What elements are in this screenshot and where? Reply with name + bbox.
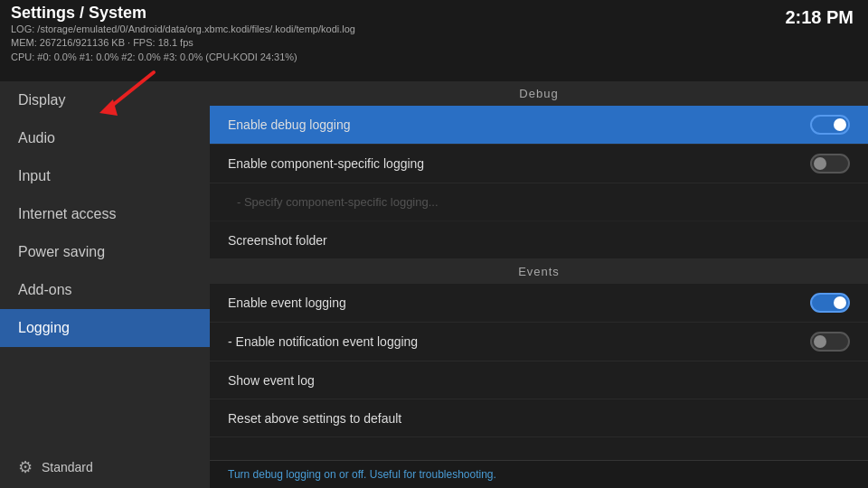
- gear-icon: ⚙: [18, 457, 33, 477]
- setting-label-component: Enable component-specific logging: [228, 156, 424, 171]
- setting-row-reset-defaults[interactable]: Reset above settings to default: [210, 399, 868, 437]
- toggle-knob-event: [834, 296, 846, 309]
- toggle-event-logging[interactable]: [810, 293, 850, 313]
- toggle-knob: [834, 118, 846, 131]
- settings-list: Debug Enable debug logging Enable compon…: [210, 81, 868, 460]
- log-line1: LOG: /storage/emulated/0/Android/data/or…: [11, 23, 857, 36]
- page-title: Settings / System: [11, 4, 146, 22]
- setting-label-specify: - Specify component-specific logging...: [228, 195, 439, 209]
- sidebar-item-add-ons[interactable]: Add-ons: [0, 271, 210, 309]
- sidebar-item-internet-access[interactable]: Internet access: [0, 195, 210, 233]
- setting-row-show-event-log[interactable]: Show event log: [210, 361, 868, 399]
- sidebar-item-power-saving[interactable]: Power saving: [0, 233, 210, 271]
- standard-label: Standard: [42, 460, 93, 474]
- sidebar-item-audio[interactable]: Audio: [0, 119, 210, 157]
- top-bar: Settings / System LOG: /storage/emulated…: [0, 0, 868, 68]
- setting-row-component-logging[interactable]: Enable component-specific logging: [210, 145, 868, 183]
- sidebar-item-input[interactable]: Input: [0, 157, 210, 195]
- setting-label-screenshot: Screenshot folder: [228, 233, 327, 248]
- section-header-debug: Debug: [210, 81, 868, 106]
- setting-label-debug: Enable debug logging: [228, 117, 350, 132]
- setting-label-reset: Reset above settings to default: [228, 411, 401, 426]
- setting-row-enable-debug-logging[interactable]: Enable debug logging: [210, 106, 868, 145]
- toggle-component-logging[interactable]: [810, 154, 850, 174]
- content-area: Debug Enable debug logging Enable compon…: [210, 81, 868, 488]
- main-layout: Display Audio Input Internet access Powe…: [0, 81, 868, 488]
- sidebar: Display Audio Input Internet access Powe…: [0, 81, 210, 488]
- log-info: LOG: /storage/emulated/0/Android/data/or…: [11, 23, 857, 64]
- setting-row-specify-component: - Specify component-specific logging...: [210, 183, 868, 221]
- sidebar-item-display[interactable]: Display: [0, 81, 210, 119]
- sidebar-item-logging[interactable]: Logging: [0, 309, 210, 347]
- status-bar: Turn debug logging on or off. Useful for…: [210, 460, 868, 488]
- setting-row-enable-event-logging[interactable]: Enable event logging: [210, 284, 868, 323]
- setting-label-event: Enable event logging: [228, 296, 346, 310]
- toggle-knob-component: [814, 157, 826, 170]
- section-header-events: Events: [210, 259, 868, 284]
- toggle-notification[interactable]: [810, 332, 850, 352]
- clock: 2:18 PM: [785, 7, 854, 28]
- setting-row-notification-event[interactable]: - Enable notification event logging: [210, 323, 868, 361]
- log-line3: CPU: #0: 0.0% #1: 0.0% #2: 0.0% #3: 0.0%…: [11, 51, 857, 64]
- toggle-knob-notification: [814, 335, 826, 348]
- sidebar-bottom: ⚙ Standard: [0, 446, 210, 488]
- setting-label-notification: - Enable notification event logging: [228, 334, 418, 349]
- status-text: Turn debug logging on or off. Useful for…: [228, 468, 496, 481]
- log-line2: MEM: 267216/921136 KB · FPS: 18.1 fps: [11, 36, 857, 50]
- toggle-debug-logging[interactable]: [810, 115, 850, 135]
- setting-row-screenshot-folder[interactable]: Screenshot folder: [210, 221, 868, 259]
- setting-label-show-event: Show event log: [228, 373, 315, 388]
